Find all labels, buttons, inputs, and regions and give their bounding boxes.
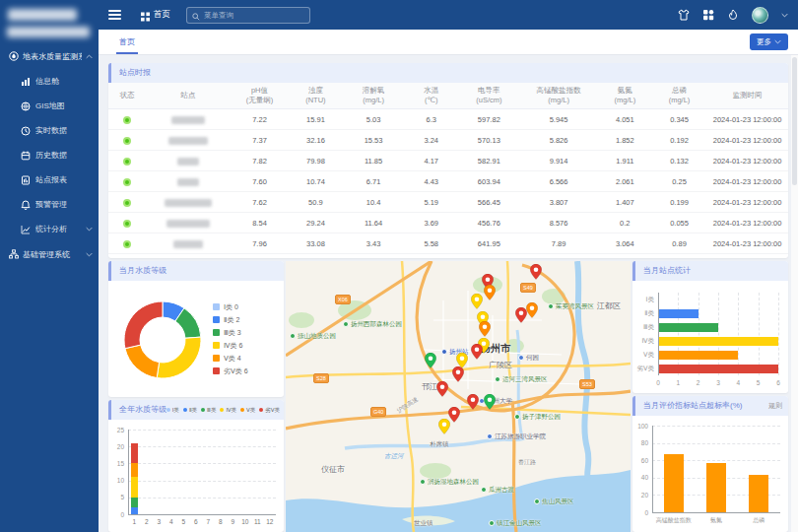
- map-label-park: 润扬湿地森林公园: [420, 478, 479, 487]
- map-pin-orange[interactable]: [484, 285, 496, 304]
- column-header: 浊度(NTU): [289, 83, 343, 109]
- map-pin-red[interactable]: [467, 394, 479, 414]
- cell-value: 2024-01-23 12:00:00: [706, 109, 788, 130]
- map-pin-red[interactable]: [471, 344, 483, 364]
- stacked-bar-segment[interactable]: [131, 507, 138, 514]
- exceed-rate-panel: 当月评价指标站点超标率(%) 规则 020406080100高锰酸盐指数氨氮总磷: [632, 396, 788, 532]
- scrollbar-thumb[interactable]: [792, 57, 797, 185]
- map-pin-green[interactable]: [425, 353, 436, 372]
- tab-home[interactable]: 首页: [116, 30, 138, 54]
- legend-item[interactable]: Ⅳ类 6: [213, 339, 248, 352]
- legend-item[interactable]: Ⅳ类: [220, 400, 236, 420]
- status-dot-ok: [123, 137, 131, 145]
- cell-value: 5.945: [519, 109, 597, 130]
- chevron-up-icon: [86, 53, 93, 60]
- gis-map[interactable]: 扬州市广陵区邗江区江都区仪征市扬州西部森林公园捺山地质公园茱萸湾风景区运河三湾风…: [286, 261, 631, 532]
- hbar[interactable]: [659, 323, 718, 332]
- topbar-actions: [678, 7, 788, 24]
- cell-value: 79.98: [289, 151, 343, 171]
- donut-slice[interactable]: [124, 301, 163, 349]
- cell-value: 570.13: [458, 130, 519, 151]
- map-label-park: 镇江金山风景区: [489, 519, 542, 528]
- hbar[interactable]: [659, 337, 778, 346]
- tree-icon: [9, 249, 19, 259]
- cell-value: 3.064: [598, 233, 652, 254]
- layout-icon[interactable]: [702, 9, 714, 21]
- map-pin-orange[interactable]: [526, 302, 538, 322]
- more-button[interactable]: 更多: [750, 33, 788, 50]
- main-content: 站点时报 状态站点pH值(无量纲)浊度(NTU)溶解氧(mg/L)水温(℃)电导…: [99, 55, 798, 532]
- sidebar-item[interactable]: 统计分析: [0, 217, 99, 241]
- cell-value: 15.53: [343, 130, 404, 151]
- search-input[interactable]: [204, 11, 304, 20]
- column-header: 监测时间: [706, 83, 788, 109]
- vbar[interactable]: [706, 463, 726, 512]
- legend-item[interactable]: Ⅴ类: [240, 400, 255, 420]
- map-pin-red[interactable]: [452, 366, 464, 386]
- cell-value: 32.16: [289, 130, 343, 151]
- map-pin-yellow[interactable]: [471, 294, 483, 313]
- hbar[interactable]: [659, 351, 738, 360]
- theme-shirt-icon[interactable]: [678, 9, 690, 21]
- hamburger-icon[interactable]: [108, 10, 121, 20]
- donut-slice[interactable]: [157, 337, 201, 378]
- donut-slice[interactable]: [125, 345, 160, 377]
- sidebar-item[interactable]: GIS地图: [0, 94, 99, 118]
- rules-link[interactable]: 规则: [768, 396, 782, 416]
- cell-value: 0.192: [652, 130, 706, 151]
- status-dot-ok: [123, 116, 131, 124]
- legend-item[interactable]: Ⅲ类: [201, 400, 216, 420]
- sidebar-item[interactable]: 实时数据: [0, 118, 99, 143]
- map-pin-red[interactable]: [436, 381, 448, 401]
- legend-item[interactable]: Ⅰ类 0: [213, 300, 248, 313]
- station-report-panel: 站点时报 状态站点pH值(无量纲)浊度(NTU)溶解氧(mg/L)水温(℃)电导…: [108, 63, 788, 258]
- vbar[interactable]: [664, 454, 684, 512]
- hbar[interactable]: [659, 365, 778, 373]
- map-label-town: 世业镇: [414, 519, 433, 528]
- stacked-bar-segment[interactable]: [131, 477, 138, 498]
- cell-value: 7.22: [231, 109, 289, 130]
- cell-value: 3.69: [404, 213, 458, 233]
- globe-icon: [21, 101, 31, 111]
- table-row: 7.2215.915.036.3597.825.9454.0510.345202…: [108, 109, 788, 130]
- menu-search[interactable]: [186, 7, 310, 24]
- legend-item[interactable]: Ⅴ类 4: [213, 352, 248, 365]
- column-header: 总磷(mg/L): [652, 83, 706, 109]
- legend-item[interactable]: Ⅰ类: [166, 400, 179, 420]
- grid-icon: [141, 11, 150, 20]
- sidebar-item-label: GIS地图: [35, 100, 93, 111]
- dashboard-icon: [21, 77, 31, 87]
- flame-icon[interactable]: [727, 9, 739, 21]
- panel-title: 当月评价指标站点超标率(%) 规则: [632, 396, 788, 416]
- stacked-bar-segment[interactable]: [131, 498, 138, 507]
- sidebar-group-1[interactable]: 地表水质量监测系统: [0, 43, 99, 69]
- map-pin-red[interactable]: [515, 307, 527, 327]
- stacked-bar-segment[interactable]: [131, 463, 138, 477]
- chevron-down-icon[interactable]: [781, 12, 788, 19]
- cell-value: 566.45: [458, 192, 519, 213]
- legend-swatch: [213, 355, 220, 362]
- scrollbar[interactable]: [791, 55, 798, 532]
- sidebar-item[interactable]: 预警管理: [0, 192, 99, 217]
- map-label-district: 仪征市: [321, 464, 345, 475]
- legend-item[interactable]: 劣Ⅴ类: [259, 400, 280, 420]
- map-pin-yellow[interactable]: [438, 419, 450, 438]
- column-header: 高锰酸盐指数(mg/L): [519, 83, 597, 109]
- stacked-bar-segment[interactable]: [131, 443, 138, 464]
- sidebar-item[interactable]: 历史数据: [0, 143, 99, 167]
- cell-value: 4.43: [404, 171, 458, 192]
- avatar[interactable]: [752, 7, 768, 24]
- sidebar-item[interactable]: 信息舱: [0, 69, 99, 94]
- legend-item[interactable]: Ⅲ类 3: [213, 326, 248, 339]
- sidebar-item[interactable]: 站点报表: [0, 167, 99, 192]
- legend-item[interactable]: Ⅱ类: [183, 400, 197, 420]
- legend-item[interactable]: 劣Ⅴ类 6: [213, 365, 248, 377]
- cell-value: 0.199: [652, 192, 706, 213]
- hbar[interactable]: [659, 309, 698, 318]
- breadcrumb[interactable]: 首页: [141, 9, 170, 21]
- sidebar-group-2[interactable]: 基础管理系统: [0, 241, 99, 267]
- vbar[interactable]: [749, 475, 768, 512]
- map-pin-green[interactable]: [484, 394, 496, 414]
- legend-item[interactable]: Ⅱ类 2: [213, 313, 248, 326]
- map-pin-red[interactable]: [530, 264, 542, 284]
